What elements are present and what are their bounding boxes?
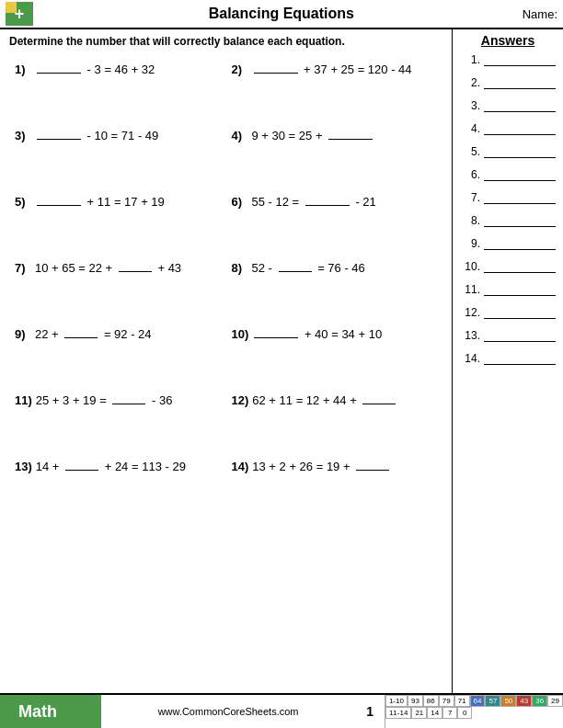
problem-5-text: + 11 = 17 + 19 [35, 195, 165, 209]
answer-13: 13. [460, 329, 556, 342]
problem-13-text: 14 + + 24 = 113 - 29 [36, 460, 186, 473]
footer: Math www.CommonCoreSheets.com 1 1-10 93 … [0, 693, 563, 728]
problem-8-text: 52 - = 76 - 46 [252, 261, 365, 275]
problem-7-text: 10 + 65 = 22 + + 43 [35, 261, 181, 275]
problem-14: 14) 13 + 2 + 26 = 19 + [226, 450, 443, 517]
answer-10: 10. [460, 260, 556, 273]
main-content: Determine the number that will correctly… [0, 29, 563, 693]
problem-1: 1) - 3 = 46 + 32 [9, 53, 226, 119]
problems-grid: 1) - 3 = 46 + 32 2) + 37 + 25 = 120 - 44… [9, 53, 442, 517]
problem-6: 6) 55 - 12 = - 21 [226, 186, 443, 252]
stats-row-2: 11-14 21 14 7 0 [385, 707, 563, 719]
blank-13 [65, 470, 98, 471]
problem-1-number: 1) [15, 63, 31, 76]
blank-7 [119, 271, 152, 272]
problem-4-number: 4) [232, 129, 248, 142]
problem-14-text: 13 + 2 + 26 = 19 + [252, 460, 391, 473]
answer-4: 4. [460, 122, 556, 135]
answer-11: 11. [460, 283, 556, 296]
problem-4-text: 9 + 30 = 25 + [252, 129, 375, 142]
blank-1 [37, 73, 81, 74]
problem-3: 3) - 10 = 71 - 49 [9, 119, 226, 186]
page-title: Balancing Equations [40, 6, 523, 22]
answer-3: 3. [460, 99, 556, 112]
name-label: Name: [523, 7, 557, 21]
problem-8-number: 8) [232, 261, 248, 275]
blank-3 [37, 139, 81, 140]
problem-3-text: - 10 = 71 - 49 [35, 129, 158, 142]
problem-10-text: + 40 = 34 + 10 [252, 327, 382, 341]
problem-5: 5) + 11 = 17 + 19 [9, 186, 226, 252]
math-label: Math [0, 695, 101, 728]
problem-13: 13) 14 + + 24 = 113 - 29 [9, 450, 226, 517]
blank-11 [112, 404, 145, 404]
header: Balancing Equations Name: [0, 0, 563, 29]
answer-8: 8. [460, 214, 556, 227]
answer-7: 7. [460, 191, 556, 204]
problem-2-text: + 37 + 25 = 120 - 44 [252, 63, 412, 76]
blank-8 [279, 271, 312, 272]
problem-2-number: 2) [232, 63, 248, 76]
problem-11-text: 25 + 3 + 19 = - 36 [36, 393, 173, 407]
page-number: 1 [355, 695, 385, 728]
worksheet: Determine the number that will correctly… [0, 29, 453, 693]
problem-4: 4) 9 + 30 = 25 + [226, 119, 443, 186]
problem-9: 9) 22 + = 92 - 24 [9, 318, 226, 384]
problem-1-text: - 3 = 46 + 32 [35, 63, 155, 76]
blank-10 [254, 337, 298, 338]
problem-7: 7) 10 + 65 = 22 + + 43 [9, 252, 226, 318]
blank-9 [64, 337, 98, 338]
answer-2: 2. [460, 76, 556, 89]
problem-9-text: 22 + = 92 - 24 [35, 327, 152, 341]
blank-5 [37, 205, 81, 206]
blank-4 [328, 139, 373, 140]
problem-12-text: 62 + 11 = 12 + 44 + [252, 393, 397, 407]
problem-8: 8) 52 - = 76 - 46 [226, 252, 443, 318]
blank-6 [305, 205, 350, 206]
problem-12-number: 12) [232, 393, 249, 407]
answer-9: 9. [460, 237, 556, 250]
blank-12 [362, 404, 396, 404]
problem-10: 10) + 40 = 34 + 10 [226, 318, 443, 384]
problem-9-number: 9) [15, 327, 31, 341]
problem-5-number: 5) [15, 195, 31, 209]
problem-11: 11) 25 + 3 + 19 = - 36 [9, 384, 226, 450]
blank-2 [254, 73, 298, 74]
answer-6: 6. [460, 168, 556, 181]
problem-13-number: 13) [15, 460, 32, 473]
problem-10-number: 10) [232, 327, 249, 341]
problem-11-number: 11) [15, 393, 32, 407]
problem-2: 2) + 37 + 25 = 120 - 44 [226, 53, 443, 119]
logo-icon [6, 2, 33, 26]
answer-5: 5. [460, 145, 556, 158]
problem-7-number: 7) [15, 261, 31, 275]
problem-6-text: 55 - 12 = - 21 [252, 195, 376, 209]
answers-title: Answers [460, 33, 556, 48]
answer-14: 14. [460, 352, 556, 365]
website-url: www.CommonCoreSheets.com [101, 695, 355, 728]
answer-1: 1. [460, 53, 556, 66]
answers-column: Answers 1. 2. 3. 4. 5. 6. 7. [453, 29, 563, 693]
blank-14 [356, 470, 389, 471]
problem-12: 12) 62 + 11 = 12 + 44 + [226, 384, 443, 450]
problem-14-number: 14) [232, 460, 249, 473]
problem-3-number: 3) [15, 129, 31, 142]
answer-12: 12. [460, 306, 556, 319]
stats-row-1: 1-10 93 86 79 71 64 57 50 43 36 29 [385, 695, 563, 707]
stats-table: 1-10 93 86 79 71 64 57 50 43 36 29 11-14… [385, 695, 563, 728]
instructions: Determine the number that will correctly… [9, 35, 442, 48]
problem-6-number: 6) [232, 195, 248, 209]
